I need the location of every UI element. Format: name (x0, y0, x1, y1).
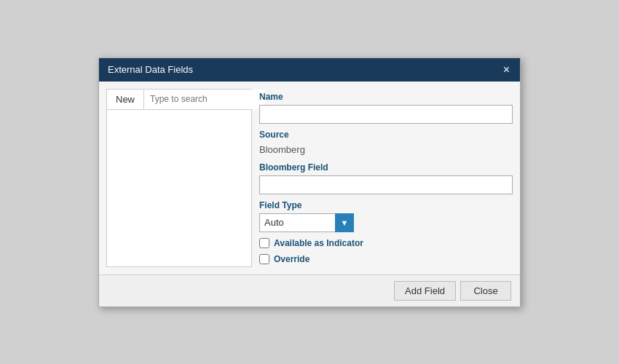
available-as-indicator-checkbox[interactable] (259, 238, 269, 248)
new-button[interactable]: New (107, 90, 144, 109)
field-type-select-wrapper: Auto Number Text Date Boolean ▼ (259, 213, 354, 232)
dialog-titlebar: External Data Fields × (99, 58, 520, 82)
source-label: Source (259, 130, 513, 140)
dialog-title: External Data Fields (108, 64, 193, 75)
left-panel: New (106, 89, 252, 267)
override-label[interactable]: Override (274, 254, 310, 264)
bloomberg-field-label: Bloomberg Field (259, 162, 513, 173)
field-type-label: Field Type (259, 200, 513, 210)
source-value: Bloomberg (259, 143, 513, 157)
external-data-fields-dialog: External Data Fields × New Name Source B… (98, 58, 521, 307)
name-field-group: Name (259, 92, 513, 124)
override-checkbox[interactable] (259, 254, 269, 264)
dialog-footer: Add Field Close (99, 274, 520, 306)
dialog-close-button[interactable]: × (502, 64, 511, 76)
dialog-body: New Name Source Bloomberg Bloomberg Fiel… (99, 82, 520, 274)
available-as-indicator-row: Available as Indicator (259, 238, 513, 248)
override-row: Override (259, 254, 513, 264)
available-as-indicator-label[interactable]: Available as Indicator (274, 238, 363, 248)
search-input[interactable] (144, 90, 265, 109)
name-input[interactable] (259, 105, 513, 124)
close-button[interactable]: Close (460, 281, 511, 301)
field-type-select[interactable]: Auto Number Text Date Boolean (259, 213, 354, 232)
bloomberg-field-input[interactable] (259, 175, 513, 194)
field-type-group: Field Type Auto Number Text Date Boolean… (259, 200, 513, 232)
add-field-button[interactable]: Add Field (394, 281, 456, 301)
bloomberg-field-group: Bloomberg Field (259, 162, 513, 194)
name-label: Name (259, 92, 513, 102)
left-panel-list (107, 110, 251, 266)
right-panel: Name Source Bloomberg Bloomberg Field Fi… (259, 89, 513, 267)
left-panel-toolbar: New (107, 90, 251, 110)
source-field-group: Source Bloomberg (259, 130, 513, 157)
